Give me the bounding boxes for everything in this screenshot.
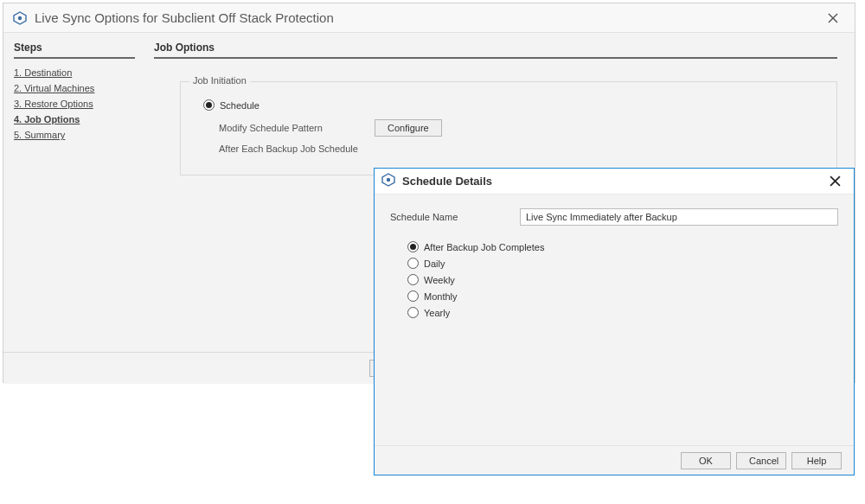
frequency-radio-list: After Backup Job CompletesDailyWeeklyMon… [407,241,838,318]
frequency-option-2[interactable]: Weekly [407,274,838,285]
schedule-name-input[interactable] [520,208,838,226]
modify-schedule-label: Modify Schedule Pattern [219,123,375,133]
schedule-name-row: Schedule Name [390,208,838,226]
schedule-radio-label: Schedule [220,100,260,111]
radio-icon [407,307,419,318]
close-icon [830,175,841,187]
radio-icon [407,241,419,252]
wizard-close-button[interactable] [820,8,846,29]
after-backup-row: After Each Backup Job Schedule [219,144,814,154]
help-button[interactable]: Help [791,452,842,469]
frequency-option-label: Weekly [424,275,455,285]
frequency-option-label: Yearly [424,308,450,318]
frequency-option-3[interactable]: Monthly [407,290,838,302]
steps-list: 1. Destination2. Virtual Machines3. Rest… [14,67,135,140]
step-item-1[interactable]: 1. Destination [14,67,135,78]
modal-titlebar: Schedule Details [375,169,854,195]
step-item-2[interactable]: 2. Virtual Machines [14,83,135,93]
steps-panel: Steps 1. Destination2. Virtual Machines3… [3,33,145,352]
after-backup-label: After Each Backup Job Schedule [219,144,358,154]
steps-header: Steps [14,41,135,59]
app-logo-icon [12,10,28,26]
app-logo-icon [381,173,395,189]
radio-icon [407,290,419,302]
ok-button[interactable]: OK [681,452,731,469]
wizard-title: Live Sync Options for Subclient Off Stac… [35,10,820,25]
modal-title: Schedule Details [402,175,823,188]
job-initiation-group: Job Initiation Schedule Modify Schedule … [180,81,837,175]
modify-schedule-row: Modify Schedule Pattern Configure [219,119,814,137]
close-icon [828,13,838,23]
wizard-titlebar: Live Sync Options for Subclient Off Stac… [3,3,855,33]
schedule-radio[interactable]: Schedule [203,99,814,111]
frequency-option-4[interactable]: Yearly [407,307,838,318]
cancel-button[interactable]: Cancel [736,452,786,469]
groupbox-title: Job Initiation [189,75,250,86]
frequency-option-label: After Backup Job Completes [424,242,544,252]
step-item-3[interactable]: 3. Restore Options [14,99,135,109]
modal-close-button[interactable] [823,172,847,191]
radio-icon [407,258,419,269]
radio-icon [203,99,215,111]
modal-footer: OK Cancel Help [375,445,854,475]
configure-button[interactable]: Configure [375,119,442,137]
frequency-option-1[interactable]: Daily [407,258,838,269]
schedule-name-label: Schedule Name [390,212,520,222]
radio-icon [407,274,419,285]
step-item-4[interactable]: 4. Job Options [14,114,135,124]
svg-point-5 [387,178,390,182]
svg-point-1 [18,16,22,19]
frequency-option-label: Monthly [424,291,458,302]
step-item-5[interactable]: 5. Summary [14,130,135,140]
modal-body: Schedule Name After Backup Job Completes… [375,195,854,445]
content-header: Job Options [154,41,837,59]
schedule-details-dialog: Schedule Details Schedule Name After Bac… [374,168,855,475]
frequency-option-0[interactable]: After Backup Job Completes [407,241,838,252]
frequency-option-label: Daily [424,258,445,269]
